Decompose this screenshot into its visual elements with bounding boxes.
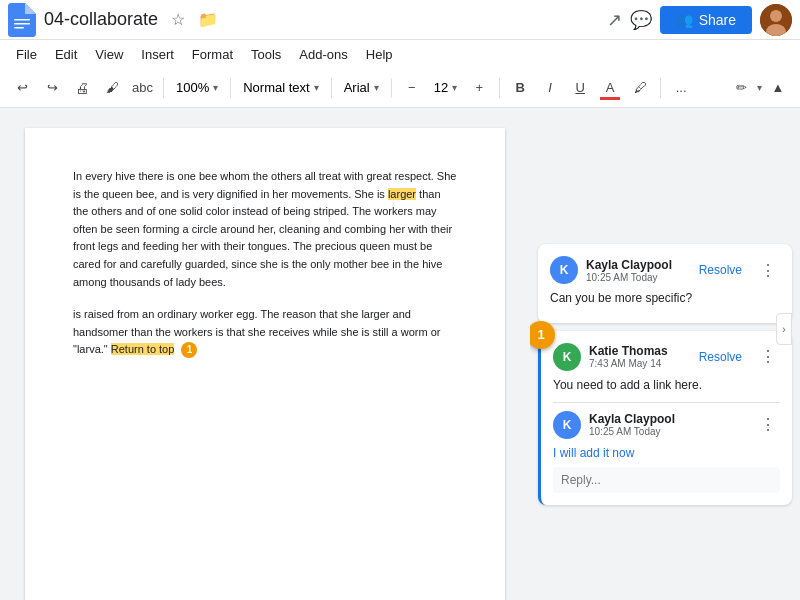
toolbar-sep-3 [331, 78, 332, 98]
reply-input[interactable] [553, 467, 780, 493]
svg-point-4 [770, 10, 782, 22]
comment-card-2: 1 K Katie Thomas 7:43 AM May 14 Resolve … [538, 331, 792, 506]
folder-icon[interactable]: 📁 [196, 8, 220, 32]
font-dropdown[interactable]: Arial ▾ [338, 74, 385, 102]
redo-button[interactable]: ↪ [38, 74, 66, 102]
resolve-button-2[interactable]: Resolve [693, 348, 748, 366]
title-right: ↗ 💬 👥 Share [607, 4, 792, 36]
toolbar-collapse[interactable]: ▲ [764, 74, 792, 102]
reply-body: I will add it now [553, 445, 780, 462]
toolbar-sep-1 [163, 78, 164, 98]
toolbar-sep-5 [499, 78, 500, 98]
size-chevron: ▾ [452, 82, 457, 93]
comment-time-1: 10:25 AM Today [586, 272, 685, 283]
print-button[interactable]: 🖨 [68, 74, 96, 102]
paint-format-button[interactable]: 🖌 [98, 74, 126, 102]
font-chevron: ▾ [374, 82, 379, 93]
reply-meta: Kayla Claypool 10:25 AM Today [589, 412, 748, 437]
menu-bar: File Edit View Insert Format Tools Add-o… [0, 40, 800, 68]
more-options-2[interactable]: ⋮ [756, 345, 780, 368]
toolbar-sep-2 [230, 78, 231, 98]
menu-format[interactable]: Format [184, 45, 241, 64]
comment-body-1: Can you be more specific? [550, 290, 780, 307]
toolbar-sep-6 [660, 78, 661, 98]
comment-card-1: K Kayla Claypool 10:25 AM Today Resolve … [538, 244, 792, 323]
reply-divider [553, 402, 780, 403]
comment-author-1: Kayla Claypool [586, 258, 685, 272]
reply-header: K Kayla Claypool 10:25 AM Today ⋮ [553, 411, 780, 439]
svg-rect-2 [14, 27, 24, 29]
font-size-box: − 12 ▾ + [398, 74, 493, 102]
text-color-indicator [600, 97, 620, 100]
style-dropdown[interactable]: Normal text ▾ [237, 74, 324, 102]
menu-edit[interactable]: Edit [47, 45, 85, 64]
highlighted-word: larger [388, 188, 416, 200]
comment-author-2: Katie Thomas [589, 344, 685, 358]
share-icon: 👥 [676, 12, 693, 28]
comment-icon[interactable]: 💬 [630, 9, 652, 31]
panel-chevron[interactable]: › [776, 313, 792, 345]
doc-paragraph-2: is raised from an ordinary worker egg. T… [73, 306, 457, 359]
doc-title: 04-collaborate [44, 9, 158, 30]
resolve-button-1[interactable]: Resolve [693, 261, 748, 279]
font-size-dropdown[interactable]: 12 ▾ [428, 74, 463, 102]
comment-header-1: K Kayla Claypool 10:25 AM Today Resolve … [550, 256, 780, 284]
reply-avatar: K [553, 411, 581, 439]
return-to-top-link[interactable]: Return to top [111, 343, 175, 355]
comments-panel: K Kayla Claypool 10:25 AM Today Resolve … [530, 108, 800, 600]
style-chevron: ▾ [314, 82, 319, 93]
reply-more[interactable]: ⋮ [756, 413, 780, 436]
underline-button[interactable]: U [566, 74, 594, 102]
pencil-icon[interactable]: ✏ [727, 74, 755, 102]
user-avatar[interactable] [760, 4, 792, 36]
comment-avatar-2: K [553, 343, 581, 371]
spacer [538, 116, 792, 236]
text-color-button[interactable]: A [596, 74, 624, 102]
toolbar: ↩ ↪ 🖨 🖌 abc 100% ▾ Normal text ▾ Arial ▾… [0, 68, 800, 108]
highlight-button[interactable]: 🖊 [626, 74, 654, 102]
toolbar-chevron: ▾ [757, 82, 762, 93]
menu-insert[interactable]: Insert [133, 45, 182, 64]
more-options-1[interactable]: ⋮ [756, 259, 780, 282]
svg-rect-0 [14, 19, 30, 21]
comment-avatar-1: K [550, 256, 578, 284]
doc-page: In every hive there is one bee whom the … [25, 128, 505, 600]
trending-icon[interactable]: ↗ [607, 9, 622, 31]
document-area[interactable]: In every hive there is one bee whom the … [0, 108, 530, 600]
comment-meta-2: Katie Thomas 7:43 AM May 14 [589, 344, 685, 369]
doc-paragraph-1: In every hive there is one bee whom the … [73, 168, 457, 291]
menu-view[interactable]: View [87, 45, 131, 64]
undo-button[interactable]: ↩ [8, 74, 36, 102]
reply-time: 10:25 AM Today [589, 426, 748, 437]
zoom-dropdown[interactable]: 100% ▾ [170, 74, 224, 102]
menu-addons[interactable]: Add-ons [291, 45, 355, 64]
font-size-decrease[interactable]: − [398, 74, 426, 102]
title-bar: 04-collaborate ☆ 📁 ↗ 💬 👥 Share [0, 0, 800, 40]
comment-body-2: You need to add a link here. [553, 377, 780, 394]
toolbar-sep-4 [391, 78, 392, 98]
menu-help[interactable]: Help [358, 45, 401, 64]
more-toolbar[interactable]: ... [667, 74, 695, 102]
docs-icon [8, 3, 36, 37]
star-icon[interactable]: ☆ [166, 8, 190, 32]
comment-balloon-2: 1 [530, 321, 555, 349]
font-size-increase[interactable]: + [465, 74, 493, 102]
comment-time-2: 7:43 AM May 14 [589, 358, 685, 369]
italic-button[interactable]: I [536, 74, 564, 102]
title-icons: ☆ 📁 [166, 8, 220, 32]
menu-file[interactable]: File [8, 45, 45, 64]
comment-header-2: K Katie Thomas 7:43 AM May 14 Resolve ⋮ [553, 343, 780, 371]
comment-marker-1[interactable]: 1 [181, 342, 197, 358]
main-content: In every hive there is one bee whom the … [0, 108, 800, 600]
share-button[interactable]: 👥 Share [660, 6, 752, 34]
spellcheck-button[interactable]: abc [128, 74, 157, 102]
zoom-chevron: ▾ [213, 82, 218, 93]
comment-meta-1: Kayla Claypool 10:25 AM Today [586, 258, 685, 283]
bold-button[interactable]: B [506, 74, 534, 102]
reply-author: Kayla Claypool [589, 412, 748, 426]
svg-rect-1 [14, 23, 30, 25]
menu-tools[interactable]: Tools [243, 45, 289, 64]
